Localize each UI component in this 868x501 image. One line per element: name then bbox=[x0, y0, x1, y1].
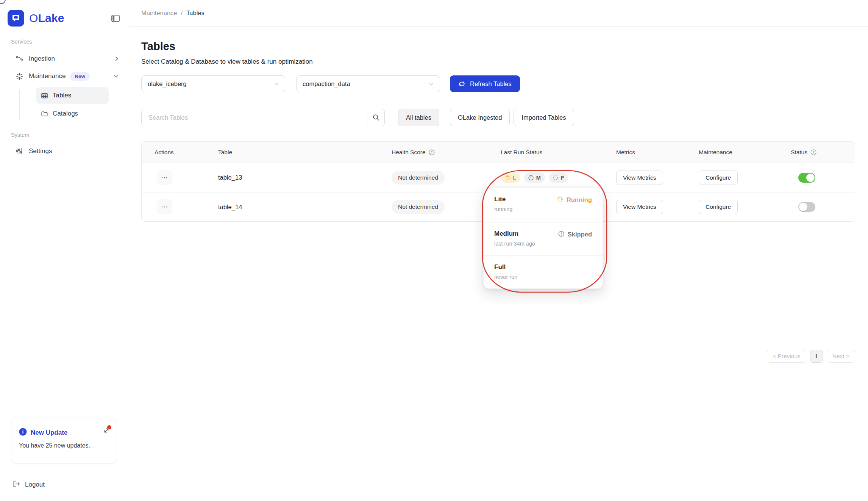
logo-text: OLake bbox=[29, 12, 64, 25]
chip-full[interactable]: F bbox=[549, 172, 568, 183]
system-section-label: System bbox=[0, 132, 129, 138]
select-chevron-icon bbox=[274, 82, 279, 86]
logout-icon bbox=[13, 481, 20, 489]
view-metrics-button[interactable]: View Metrics bbox=[616, 171, 663, 185]
services-section-label: Services bbox=[0, 39, 129, 45]
catalogs-label: Catalogs bbox=[53, 110, 78, 117]
ingestion-label: Ingestion bbox=[29, 55, 55, 63]
help-circle-icon[interactable]: ? bbox=[429, 149, 435, 155]
page-subtitle: Select Catalog & Database to view tables… bbox=[141, 58, 855, 66]
table-header-row: Actions Table Health Score ? Last Run St… bbox=[142, 142, 855, 163]
popover-full-title: Full bbox=[494, 263, 517, 271]
catalog-select[interactable]: olake_iceberg bbox=[141, 75, 285, 92]
maintenance-label: Maintenance bbox=[29, 72, 66, 80]
chip-lite[interactable]: L bbox=[501, 172, 520, 183]
notification-dot bbox=[107, 425, 111, 429]
status-toggle[interactable] bbox=[798, 202, 815, 212]
maintenance-icon bbox=[16, 73, 23, 80]
sidebar-item-settings[interactable]: Settings bbox=[0, 142, 129, 160]
col-metrics: Metrics bbox=[616, 149, 699, 156]
popover-section-full: Full never run bbox=[484, 255, 603, 288]
catalog-select-value: olake_iceberg bbox=[148, 80, 187, 88]
health-score-badge: Not determined bbox=[392, 171, 445, 185]
col-last-run-status: Last Run Status bbox=[501, 149, 616, 156]
select-chevron-icon bbox=[429, 82, 434, 86]
logo-text-rest: Lake bbox=[38, 12, 64, 24]
next-page-button[interactable]: Next > bbox=[827, 350, 855, 363]
breadcrumb-separator: / bbox=[181, 9, 183, 17]
configure-button[interactable]: Configure bbox=[699, 200, 738, 214]
info-circle-icon bbox=[19, 428, 27, 437]
popover-medium-status: Skipped bbox=[568, 231, 592, 238]
svg-text:?: ? bbox=[431, 150, 432, 154]
col-table: Table bbox=[218, 149, 392, 156]
tables-icon bbox=[41, 93, 48, 99]
ingestion-icon bbox=[16, 55, 23, 62]
refresh-tables-label: Refresh Tables bbox=[470, 80, 512, 88]
logo-text-prefix: O bbox=[29, 12, 38, 24]
popover-lite-status: Running bbox=[567, 196, 592, 204]
col-actions: Actions bbox=[155, 149, 218, 156]
svg-text:?: ? bbox=[812, 150, 814, 154]
popover-full-subtitle: never run bbox=[494, 274, 517, 280]
update-card-body: You have 25 new updates. bbox=[19, 442, 108, 449]
filter-olake-ingested[interactable]: OLake Ingested bbox=[450, 109, 510, 126]
breadcrumb-parent[interactable]: Maintenance bbox=[141, 9, 177, 17]
sidebar-item-tables[interactable]: Tables bbox=[36, 87, 109, 104]
spinner-icon bbox=[505, 175, 510, 180]
row-actions-button[interactable]: ⋯ bbox=[157, 199, 172, 214]
database-select[interactable]: compaction_data bbox=[296, 75, 440, 92]
chevron-down-icon bbox=[114, 74, 119, 78]
olake-logo-icon bbox=[8, 10, 24, 27]
table-name-cell: table_14 bbox=[218, 204, 392, 211]
info-outline-icon bbox=[528, 175, 534, 180]
chevron-right-icon bbox=[114, 56, 119, 61]
app-root: OLake Services Ingestion bbox=[0, 0, 868, 501]
controls-row: olake_iceberg compaction_data bbox=[141, 75, 855, 92]
search-input[interactable] bbox=[142, 109, 367, 126]
chip-medium[interactable]: M bbox=[524, 172, 545, 183]
search-icon[interactable] bbox=[367, 109, 384, 126]
logout-button[interactable]: Logout bbox=[0, 481, 129, 501]
popover-lite-title: Lite bbox=[494, 196, 512, 203]
col-health-score-label: Health Score bbox=[392, 149, 426, 156]
sidebar-collapse-icon[interactable] bbox=[111, 15, 120, 22]
filter-all-tables[interactable]: All tables bbox=[398, 109, 439, 126]
breadcrumb-current: Tables bbox=[186, 9, 205, 17]
filter-imported-tables[interactable]: Imported Tables bbox=[514, 109, 574, 126]
update-card: New Update You have 25 new updates. bbox=[11, 418, 116, 464]
page-title: Tables bbox=[141, 40, 855, 53]
expand-arrow-icon[interactable] bbox=[103, 427, 110, 435]
sidebar: OLake Services Ingestion bbox=[0, 0, 129, 501]
sidebar-bottom: New Update You have 25 new updates. bbox=[0, 418, 129, 501]
configure-button[interactable]: Configure bbox=[699, 171, 738, 185]
last-run-popover: Lite running Running Medium la bbox=[483, 188, 603, 289]
search-row: All tables OLake Ingested Imported Table… bbox=[141, 109, 855, 126]
settings-label: Settings bbox=[29, 147, 52, 155]
row-actions-button[interactable]: ⋯ bbox=[157, 170, 172, 185]
last-run-chips[interactable]: L M bbox=[501, 172, 568, 183]
help-circle-icon[interactable]: ? bbox=[810, 149, 816, 155]
refresh-tables-button[interactable]: Refresh Tables bbox=[450, 75, 520, 92]
tables-label: Tables bbox=[53, 92, 71, 99]
database-select-value: compaction_data bbox=[303, 80, 350, 88]
subtree-guide-line bbox=[19, 89, 20, 120]
col-maintenance: Maintenance bbox=[699, 149, 791, 156]
spinner-icon bbox=[557, 196, 563, 203]
popover-medium-subtitle: last run 34m ago bbox=[494, 241, 535, 247]
search-box bbox=[141, 109, 385, 126]
page-number[interactable]: 1 bbox=[810, 350, 823, 363]
chip-medium-label: M bbox=[536, 175, 541, 181]
sidebar-nav: Ingestion Maintenance New bbox=[0, 50, 129, 160]
info-outline-icon bbox=[558, 231, 564, 237]
status-toggle[interactable] bbox=[798, 173, 815, 183]
sidebar-item-maintenance[interactable]: Maintenance New bbox=[0, 67, 129, 85]
sidebar-item-catalogs[interactable]: Catalogs bbox=[36, 105, 109, 122]
popover-medium-title: Medium bbox=[494, 230, 535, 238]
previous-page-button[interactable]: < Previous bbox=[767, 350, 806, 363]
sidebar-item-ingestion[interactable]: Ingestion bbox=[0, 50, 129, 67]
view-metrics-button[interactable]: View Metrics bbox=[616, 200, 663, 214]
health-score-badge: Not determined bbox=[392, 200, 445, 214]
update-card-title: New Update bbox=[31, 429, 67, 437]
col-health-score: Health Score ? bbox=[392, 149, 501, 156]
